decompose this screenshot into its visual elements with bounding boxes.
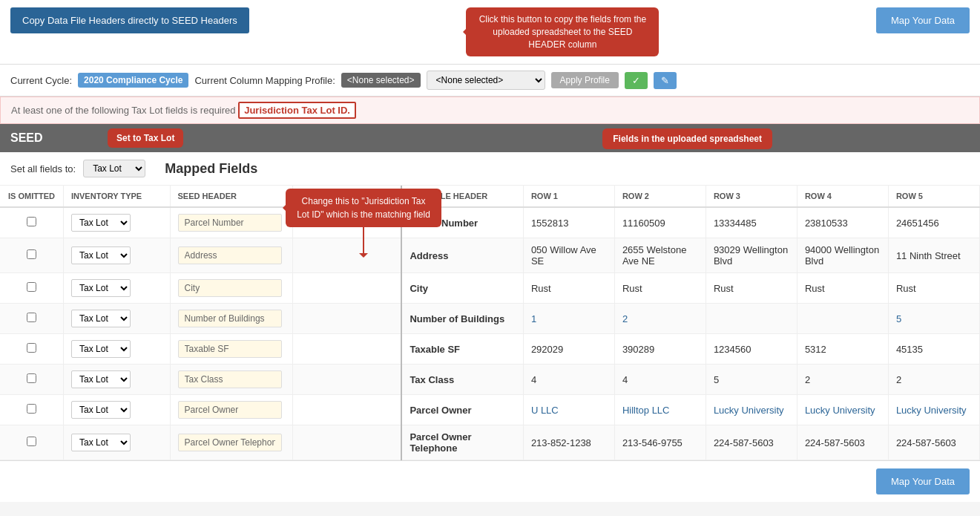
bottom-bar: Map Your Data <box>0 460 980 502</box>
row-cell: Rust <box>888 273 979 304</box>
row-cell: 5 <box>888 304 979 334</box>
data-file-header-cell: Parcel Owner <box>401 395 523 425</box>
parcel-owner-link[interactable]: U LLC <box>531 405 559 416</box>
seed-header-input[interactable] <box>178 340 282 358</box>
measurement-units-cell <box>292 273 401 304</box>
section-header: SEED 1 - example-data-taxlots.xlsx Set t… <box>0 124 980 152</box>
left-section-title: SEED <box>10 131 374 145</box>
row-cell: 050 Willow Ave SE <box>523 238 614 273</box>
row-cell: 94000 Wellington Blvd <box>797 238 888 273</box>
row-cell: 213-546-9755 <box>614 425 706 460</box>
omit-checkbox[interactable] <box>27 437 36 446</box>
col-row3: ROW 3 <box>706 186 797 207</box>
map-data-button-top[interactable]: Map Your Data <box>876 7 970 33</box>
seed-header-input[interactable] <box>178 401 282 419</box>
set-tax-lot-bubble: Set to Tax Lot <box>108 128 183 148</box>
col-row4: ROW 4 <box>797 186 888 207</box>
col-row2: ROW 2 <box>614 186 706 207</box>
table-row: Tax LotPropertyTaxable SF292029390289123… <box>0 334 980 365</box>
inventory-type-select[interactable]: Tax LotProperty <box>71 310 131 327</box>
row-cell: 1 <box>523 304 614 334</box>
cycle-bar: Current Cycle: 2020 Compliance Cycle Cur… <box>0 65 980 97</box>
omit-checkbox[interactable] <box>27 343 36 353</box>
mapping-profile-label: Current Column Mapping Profile: <box>194 75 335 86</box>
seed-header-input[interactable] <box>178 310 282 327</box>
row-cell: 390289 <box>614 334 706 365</box>
top-bar: Copy Data File Headers directly to SEED … <box>0 0 980 65</box>
row-cell: 1552813 <box>523 207 614 238</box>
row-cell: 213-852-1238 <box>523 425 614 460</box>
table-header-row: IS OMITTED INVENTORY TYPE SEED HEADER ME… <box>0 186 980 207</box>
parcel-owner-link[interactable]: Lucky University <box>714 405 784 416</box>
table-row: Tax LotPropertyTax Class44522 <box>0 365 980 395</box>
row-cell: 224-587-5603 <box>706 425 797 460</box>
omit-checkbox[interactable] <box>27 313 36 322</box>
inventory-type-select[interactable]: Tax LotProperty <box>71 246 131 264</box>
row-cell: Rust <box>706 273 797 304</box>
row-cell: 292029 <box>523 334 614 365</box>
row-cell: 2 <box>797 365 888 395</box>
inventory-type-select[interactable]: Tax LotProperty <box>71 401 131 419</box>
row-cell: 24651456 <box>888 207 979 238</box>
change-bubble: Change this to "Jurisdiction Tax Lot ID"… <box>286 189 441 227</box>
inventory-type-select[interactable]: Tax LotProperty <box>71 214 131 232</box>
seed-header-input[interactable] <box>178 246 282 264</box>
inventory-type-select[interactable]: Tax LotProperty <box>71 370 131 388</box>
omit-checkbox[interactable] <box>27 282 36 292</box>
col-seed-header: SEED HEADER <box>170 186 292 207</box>
omit-checkbox[interactable] <box>27 404 36 414</box>
inventory-type-select[interactable]: Tax LotProperty <box>71 279 131 297</box>
row-cell: U LLC <box>523 395 614 425</box>
seed-header-input[interactable] <box>178 434 282 451</box>
row-cell: 2655 Welstone Ave NE <box>614 238 706 273</box>
mapped-fields-title: Mapped Fields <box>165 161 257 177</box>
edit-button[interactable]: ✎ <box>654 72 677 89</box>
row-cell <box>797 304 888 334</box>
seed-header-input[interactable] <box>178 370 282 388</box>
fields-bubble: Fields in the uploaded spreadsheet <box>602 128 772 149</box>
set-all-select[interactable]: Tax Lot Property <box>83 160 145 177</box>
omit-checkbox[interactable] <box>27 217 36 226</box>
apply-profile-button[interactable]: Apply Profile <box>551 72 619 88</box>
num-buildings-value: 1 <box>531 313 536 324</box>
omit-checkbox[interactable] <box>27 373 36 383</box>
row-cell: Hilltop LLC <box>614 395 706 425</box>
alert-highlight-text: Jurisdiction Tax Lot ID. <box>238 102 356 119</box>
row-cell: Rust <box>523 273 614 304</box>
col-row1: ROW 1 <box>523 186 614 207</box>
row-cell: Lucky University <box>706 395 797 425</box>
row-cell: 224-587-5603 <box>888 425 979 460</box>
table-row: Tax LotPropertyCityRustRustRustRustRust <box>0 273 980 304</box>
parcel-owner-link[interactable]: Lucky University <box>896 405 967 416</box>
profile-select[interactable]: <None selected> <box>427 71 545 90</box>
seed-header-input[interactable] <box>178 279 282 297</box>
check-button[interactable]: ✓ <box>625 72 648 89</box>
omit-checkbox[interactable] <box>27 249 36 259</box>
row-cell <box>706 304 797 334</box>
row-cell: 5312 <box>797 334 888 365</box>
col-inventory-type: INVENTORY TYPE <box>64 186 171 207</box>
row-cell: 5 <box>706 365 797 395</box>
main-section: SEED 1 - example-data-taxlots.xlsx Set t… <box>0 124 980 460</box>
table-row: Tax LotPropertyParcel Owner Telephone213… <box>0 425 980 460</box>
profile-badge: <None selected> <box>341 73 421 88</box>
row-cell: 23810533 <box>797 207 888 238</box>
row-cell: Lucky University <box>797 395 888 425</box>
row-cell: 45135 <box>888 334 979 365</box>
copy-headers-button[interactable]: Copy Data File Headers directly to SEED … <box>10 7 249 33</box>
row-cell: Rust <box>614 273 706 304</box>
data-file-header-cell: City <box>401 273 523 304</box>
col-is-omitted: IS OMITTED <box>0 186 64 207</box>
inventory-type-select[interactable]: Tax LotProperty <box>71 340 131 358</box>
map-data-button-bottom[interactable]: Map Your Data <box>876 468 970 494</box>
row-cell: 11160509 <box>614 207 706 238</box>
measurement-units-cell <box>292 334 401 365</box>
seed-header-input[interactable] <box>178 214 282 232</box>
data-file-header-cell: Tax Class <box>401 365 523 395</box>
parcel-owner-link[interactable]: Lucky University <box>805 405 875 416</box>
row-cell: 4 <box>523 365 614 395</box>
inventory-type-select[interactable]: Tax LotProperty <box>71 434 131 451</box>
parcel-owner-link[interactable]: Hilltop LLC <box>622 405 670 416</box>
num-buildings-value: 5 <box>896 313 901 324</box>
table-row: Tax LotPropertyNumber of Buildings125 <box>0 304 980 334</box>
